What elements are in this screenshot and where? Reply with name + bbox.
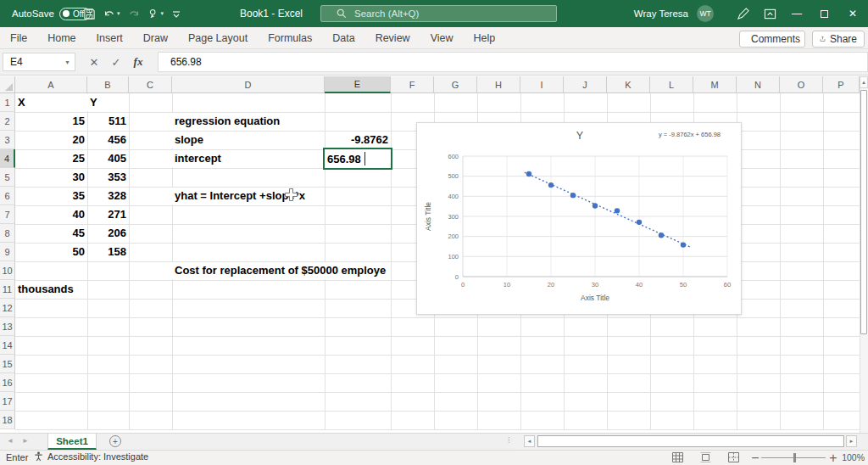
cell-a2[interactable]: 15	[15, 112, 87, 131]
cell-b3[interactable]: 456	[87, 131, 129, 149]
zoom-in-button[interactable]: +	[827, 451, 839, 465]
row-header-16[interactable]: 16	[0, 373, 15, 392]
scroll-right-button[interactable]: ►	[846, 435, 857, 447]
save-button[interactable]	[83, 8, 96, 20]
horizontal-scroll-thumb[interactable]	[537, 435, 844, 447]
cell-a9[interactable]: 50	[15, 243, 87, 261]
row-header-9[interactable]: 9	[0, 243, 15, 261]
tab-file[interactable]: File	[0, 27, 37, 49]
formula-input[interactable]: 656.98	[158, 52, 868, 72]
row-header-15[interactable]: 15	[0, 355, 15, 373]
cell-a1[interactable]: X	[15, 93, 87, 112]
scroll-up-button[interactable]: ▲	[860, 76, 868, 88]
cell-b7[interactable]: 271	[87, 205, 129, 224]
cancel-entry-button[interactable]: ✕	[85, 53, 103, 71]
undo-dropdown-icon[interactable]: ▾	[117, 10, 120, 17]
cell-b8[interactable]: 206	[87, 224, 129, 243]
row-header-8[interactable]: 8	[0, 224, 15, 243]
cell-b9[interactable]: 158	[87, 243, 129, 261]
cell-b4[interactable]: 405	[87, 149, 129, 168]
comments-button[interactable]: Comments	[739, 31, 805, 48]
row-header-11[interactable]: 11	[0, 280, 15, 299]
embedded-chart[interactable]: 01002003004005006000102030405060Yy = -9.…	[416, 122, 742, 315]
autosave-toggle[interactable]: AutoSave Off	[12, 0, 91, 27]
avatar[interactable]: WT	[697, 5, 714, 22]
column-header-i[interactable]: I	[520, 76, 564, 93]
zoom-out-button[interactable]: −	[749, 451, 761, 465]
row-header-13[interactable]: 13	[0, 317, 15, 336]
accessibility-checker[interactable]: Accessibility: Investigate	[34, 451, 148, 462]
add-sheet-button[interactable]: +	[109, 435, 121, 447]
vertical-scroll-thumb[interactable]	[860, 90, 867, 334]
name-box[interactable]: E4 ▼	[3, 53, 75, 71]
column-header-d[interactable]: D	[172, 76, 325, 93]
cell-a3[interactable]: 20	[15, 131, 87, 149]
cell-e3[interactable]: -9.8762	[325, 131, 391, 149]
zoom-level[interactable]: 100%	[841, 452, 865, 462]
row-header-4[interactable]: 4	[0, 149, 15, 168]
row-header-17[interactable]: 17	[0, 392, 15, 411]
row-header-3[interactable]: 3	[0, 131, 15, 149]
cell-b1[interactable]: Y	[87, 93, 129, 112]
row-header-18[interactable]: 18	[0, 411, 15, 429]
row-header-5[interactable]: 5	[0, 168, 15, 187]
close-button[interactable]: ✕	[837, 0, 868, 27]
column-header-e[interactable]: E	[325, 76, 391, 93]
cell-d3[interactable]: slope	[172, 131, 325, 149]
sheet-tab-sheet1[interactable]: Sheet1	[47, 434, 97, 450]
column-header-p[interactable]: P	[823, 76, 860, 93]
normal-view-button[interactable]	[672, 452, 683, 462]
inking-dropdown-icon[interactable]: ▾	[161, 10, 164, 17]
row-header-1[interactable]: 1	[0, 93, 15, 112]
zoom-slider-thumb[interactable]	[793, 453, 796, 462]
tab-insert[interactable]: Insert	[86, 27, 133, 49]
column-header-l[interactable]: L	[650, 76, 693, 93]
customize-qat-button[interactable]	[171, 8, 181, 19]
column-header-n[interactable]: N	[737, 76, 780, 93]
cell-d2[interactable]: regression equation	[172, 112, 325, 131]
user-name[interactable]: Wray Teresa	[634, 8, 688, 19]
next-sheet-icon[interactable]: ►	[22, 434, 29, 449]
tab-page-layout[interactable]: Page Layout	[178, 27, 258, 49]
tab-split-handle[interactable]: ⁞	[508, 436, 510, 445]
tab-draw[interactable]: Draw	[133, 27, 178, 49]
row-header-6[interactable]: 6	[0, 187, 15, 205]
sheet-nav-arrows[interactable]: ◄ ►	[7, 434, 29, 449]
confirm-entry-button[interactable]: ✓	[107, 53, 125, 71]
column-header-h[interactable]: H	[477, 76, 520, 93]
cell-a11[interactable]: thousands	[15, 280, 87, 299]
share-button[interactable]: Share	[812, 31, 865, 48]
cell-b5[interactable]: 353	[87, 168, 129, 187]
column-header-f[interactable]: F	[391, 76, 434, 93]
restore-button[interactable]	[810, 0, 837, 27]
column-header-g[interactable]: G	[434, 76, 477, 93]
cell-b6[interactable]: 328	[87, 187, 129, 205]
cell-d10[interactable]: Cost for replacement of $50000 employe	[172, 261, 325, 280]
row-header-10[interactable]: 10	[0, 261, 15, 280]
column-header-c[interactable]: C	[129, 76, 172, 93]
undo-button[interactable]: ▾	[103, 8, 120, 20]
inking-button[interactable]: ▾	[147, 8, 164, 20]
row-header-14[interactable]: 14	[0, 336, 15, 355]
tab-review[interactable]: Review	[365, 27, 420, 49]
cell-d4[interactable]: intercept	[172, 149, 325, 168]
tab-view[interactable]: View	[420, 27, 464, 49]
page-break-view-button[interactable]	[728, 452, 739, 462]
cell-d6[interactable]: yhat = Intercept +slope*x	[172, 187, 325, 205]
tab-data[interactable]: Data	[322, 27, 364, 49]
prev-sheet-icon[interactable]: ◄	[7, 434, 14, 449]
column-header-j[interactable]: J	[564, 76, 607, 93]
tab-formulas[interactable]: Formulas	[258, 27, 322, 49]
search-input[interactable]: Search (Alt+Q)	[320, 5, 557, 22]
minimize-button[interactable]: —	[783, 0, 810, 27]
cell-a7[interactable]: 40	[15, 205, 87, 224]
column-header-a[interactable]: A	[15, 76, 87, 93]
insert-function-button[interactable]: fx	[129, 53, 147, 71]
name-box-dropdown-icon[interactable]: ▼	[64, 59, 70, 65]
row-header-12[interactable]: 12	[0, 299, 15, 317]
select-all-corner[interactable]	[0, 76, 15, 93]
page-layout-view-button[interactable]	[700, 452, 711, 462]
row-header-7[interactable]: 7	[0, 205, 15, 224]
tab-help[interactable]: Help	[464, 27, 506, 49]
ribbon-display-options-button[interactable]	[756, 0, 783, 27]
